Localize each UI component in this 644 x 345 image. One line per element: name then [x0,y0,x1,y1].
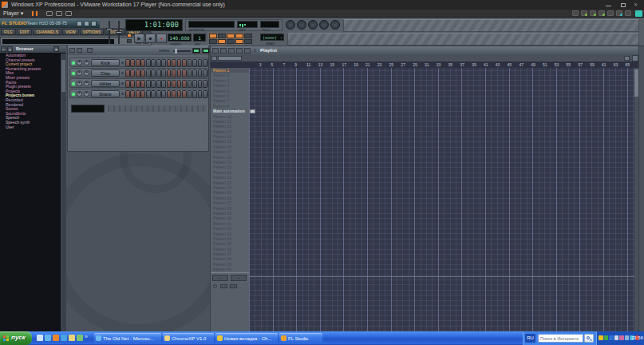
pan-knob[interactable] [77,81,82,86]
step-button[interactable] [192,80,197,88]
step-button[interactable] [136,90,140,98]
rack-option-icon[interactable] [87,48,93,53]
step-button[interactable] [172,69,176,77]
step-button[interactable] [151,80,156,88]
pan-knob[interactable] [77,70,82,76]
window-shortcut-knob[interactable] [319,20,329,30]
audio-track-option[interactable] [220,284,227,288]
minimize-button[interactable] [603,2,614,9]
window-shortcut-knob[interactable] [286,20,295,30]
playlist-vscrollbar[interactable] [634,68,638,331]
step-button[interactable] [125,90,130,98]
folder-icon[interactable] [69,335,75,341]
channel-button[interactable]: Kick [91,59,120,66]
step-button[interactable] [167,80,172,88]
scroll-right-icon[interactable] [624,56,630,61]
step-button[interactable] [177,69,182,77]
fl-titlebar[interactable]: FL STUDIO Team H2O 05-08-75 [0,19,100,28]
messenger-icon[interactable] [77,335,83,341]
channel-button[interactable]: HiHat [91,80,120,87]
step-button[interactable] [192,59,197,67]
step-button[interactable] [182,80,187,88]
fl-close-button[interactable] [91,21,97,26]
step-button[interactable] [130,69,135,77]
toggle-button[interactable] [218,34,226,38]
step-button[interactable] [125,59,130,67]
step-button[interactable] [192,90,197,98]
step-button[interactable] [151,90,156,98]
expand-all-icon[interactable]: + [7,46,13,52]
vscroll-thumb[interactable] [634,69,638,97]
search-button[interactable] [584,334,594,343]
pan-knob[interactable] [77,91,82,97]
fullscreen-icon[interactable] [56,11,62,16]
step-button[interactable] [140,80,145,88]
browser-header[interactable]: − + Browser × [0,46,66,53]
step-button[interactable] [161,69,166,77]
pan-knob[interactable] [77,60,82,65]
toggle-button[interactable] [218,39,226,44]
channel-button[interactable]: Snare [91,90,120,97]
close-button[interactable]: × [630,2,641,9]
playlist-timeline[interactable]: 3579111315171921232527293133353739414345… [211,61,638,68]
volume-knob[interactable] [84,60,89,65]
step-button[interactable] [177,59,182,67]
hard-disk-icon[interactable] [581,10,587,16]
pattern-row[interactable]: Main automation [211,109,249,113]
playlist-hscrollbar[interactable] [211,55,638,61]
step-button[interactable] [161,59,166,67]
channel-led[interactable] [72,82,75,85]
step-button[interactable] [198,69,203,77]
channel-led[interactable] [72,93,75,96]
record-button[interactable]: ● [156,34,167,43]
green-status-icon[interactable] [604,335,609,340]
paint-tool-icon[interactable] [228,48,235,54]
keyboard-editor-strip[interactable] [108,105,207,112]
step-button[interactable] [172,80,176,88]
display-icon[interactable] [625,335,630,340]
audio-tab-wave-icon[interactable]: ~ [212,275,228,281]
step-button[interactable] [136,59,140,67]
step-button[interactable] [156,69,161,77]
volume-knob[interactable] [84,70,89,76]
network-icon[interactable] [590,10,596,16]
language-indicator[interactable]: RU [525,334,535,343]
mute-led[interactable] [121,61,124,64]
rack-menu-icon[interactable] [69,48,75,53]
channel-led[interactable] [72,61,75,65]
hscroll-thumb[interactable] [218,56,242,61]
delete-tool-icon[interactable] [236,48,243,54]
step-button[interactable] [198,59,203,67]
enter-fullscreen-button[interactable] [635,10,642,17]
step-button[interactable] [167,90,172,98]
menu-options[interactable]: OPTIONS [80,29,105,35]
collapse-all-icon[interactable]: − [1,46,6,52]
unity-icon[interactable] [65,11,72,16]
master-volume-slider[interactable] [109,21,110,44]
step-button[interactable] [125,80,130,88]
audio-track-option[interactable] [230,284,237,288]
toggle-button[interactable] [227,39,235,44]
menu-view[interactable]: VIEW [62,29,79,35]
window-shortcut-knob[interactable] [297,20,306,30]
menu-channels[interactable]: CHANNELS [33,29,61,35]
step-button[interactable] [177,80,182,88]
audio-tab-wave2-icon[interactable]: ~ [231,275,247,281]
step-button[interactable] [188,69,192,77]
toggle-button[interactable] [209,39,217,44]
step-button[interactable] [140,90,145,98]
ie-icon[interactable] [45,335,51,341]
window-shortcut-knob[interactable] [330,20,340,30]
step-button[interactable] [156,90,161,98]
step-button[interactable] [146,69,151,77]
display-icon[interactable] [625,10,631,16]
media-player-icon[interactable] [53,335,59,341]
automation-clip[interactable] [250,109,255,113]
start-button[interactable]: пуск [0,331,32,345]
step-button[interactable] [136,69,140,77]
step-button[interactable] [203,69,207,77]
network-icon[interactable] [619,335,624,340]
mute-tool-icon[interactable] [244,48,251,54]
send-ctrl-alt-del-icon[interactable] [46,11,53,16]
step-button[interactable] [177,90,182,98]
